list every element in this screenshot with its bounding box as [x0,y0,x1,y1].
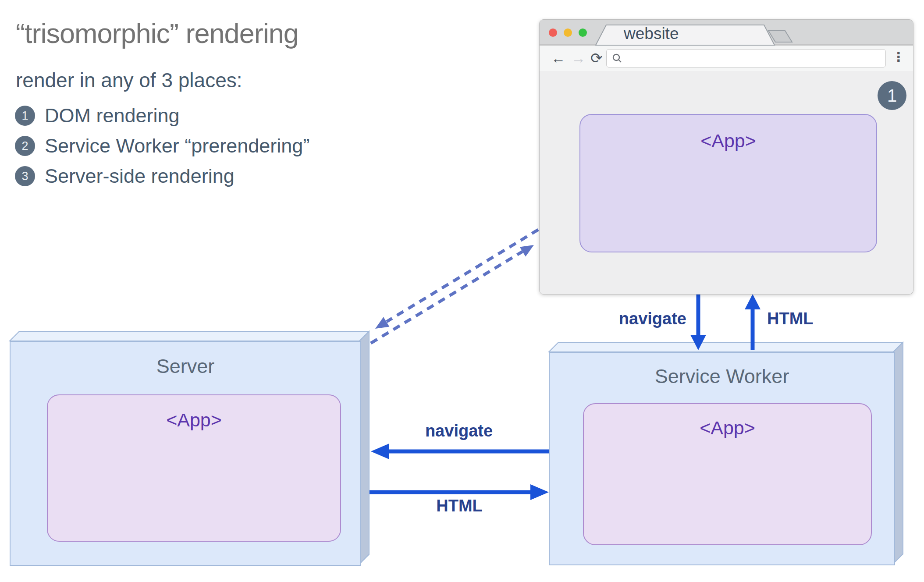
browser-toolbar: ← → ⟳ ⋮ [540,46,913,71]
flow-label-html-right: HTML [420,497,499,515]
browser-app-label: <App> [580,130,876,152]
legend-item-server-side: 3 Server-side rendering [15,165,309,188]
legend-list: 1 DOM rendering 2 Service Worker “preren… [15,104,309,188]
server-title: Server [11,355,360,378]
back-icon: ← [551,50,565,67]
trisomorphic-rendering-diagram: “trisomorphic” rendering render in any o… [0,0,924,582]
server-app-container: <App> [47,394,341,542]
flow-label-html-up: HTML [767,309,814,328]
server-browser-dashed-link [371,230,538,343]
legend-item-dom: 1 DOM rendering [15,104,309,127]
browser-app-container: <App> [579,114,877,252]
active-tab-shape [596,25,775,45]
browser-tab-bar: website [540,20,913,46]
server-app-label: <App> [48,409,340,431]
search-icon [612,53,623,64]
service-worker-title: Service Worker [550,365,894,388]
legend-badge-2: 2 [15,136,35,156]
menu-icon: ⋮ [892,49,905,64]
page-title: “trisomorphic” rendering [16,18,299,49]
server-sw-arrows [370,444,549,500]
reload-icon: ⟳ [590,50,603,67]
browser-sw-arrows [690,294,761,350]
service-worker-app-container: <App> [583,403,872,545]
url-bar [606,49,886,67]
forward-icon: → [571,50,586,67]
legend-item-service-worker: 2 Service Worker “prerendering” [15,135,309,157]
tab-shapes [540,20,913,46]
legend-badge-3: 3 [15,166,35,186]
page-subtitle: render in any of 3 places: [16,68,242,92]
flow-label-navigate-left: navigate [411,422,507,440]
flow-label-navigate-down: navigate [608,309,686,328]
tab-title: website [624,25,679,43]
step-badge-1: 1 [878,81,906,110]
service-worker-app-label: <App> [584,417,871,439]
legend-badge-1: 1 [15,106,35,126]
